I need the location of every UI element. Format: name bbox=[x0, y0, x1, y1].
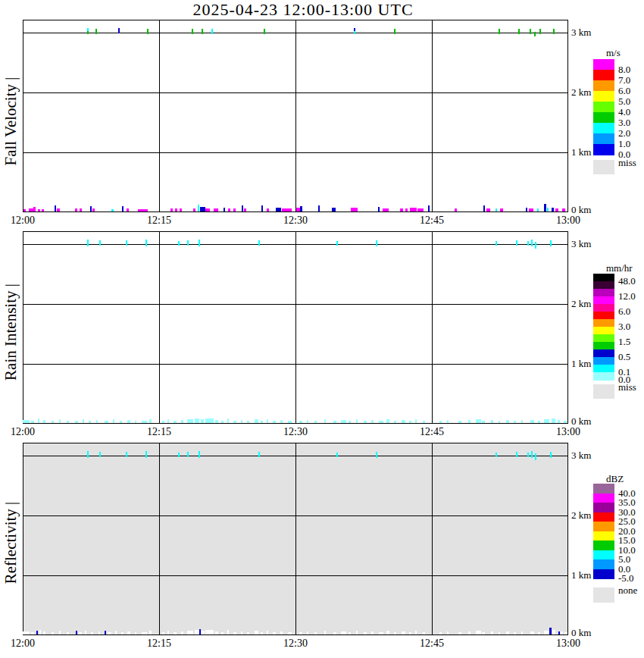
data-mark-surface bbox=[244, 208, 246, 212]
data-mark-surface bbox=[521, 631, 523, 634]
data-mark-surface bbox=[439, 421, 442, 423]
colorbar-missing-label: none bbox=[618, 584, 637, 597]
data-mark-surface bbox=[544, 419, 549, 423]
colorbar-segment bbox=[593, 334, 614, 343]
data-mark-surface bbox=[386, 631, 389, 634]
data-mark-surface bbox=[83, 419, 84, 423]
gridline-time-1 bbox=[295, 231, 296, 424]
data-mark-surface bbox=[233, 421, 236, 423]
colorbar-segment bbox=[593, 550, 614, 560]
data-tick-3km bbox=[354, 31, 355, 34]
data-mark-surface bbox=[476, 631, 481, 634]
data-mark-surface bbox=[400, 208, 403, 212]
data-tick-3km bbox=[394, 29, 395, 34]
data-mark-surface bbox=[127, 420, 130, 423]
data-mark-surface bbox=[423, 632, 425, 634]
data-mark-surface bbox=[555, 208, 558, 212]
data-mark-surface bbox=[455, 208, 457, 212]
data-tick-3km bbox=[499, 29, 500, 34]
colorbar-segment bbox=[593, 503, 614, 512]
colorbar-segment bbox=[593, 531, 614, 541]
data-mark-surface bbox=[267, 419, 268, 423]
data-tick-3km bbox=[535, 242, 536, 249]
data-mark-surface bbox=[458, 421, 461, 423]
colorbar-segment bbox=[593, 59, 614, 70]
data-mark-surface bbox=[242, 205, 243, 212]
data-mark-surface bbox=[415, 419, 417, 423]
data-tick-3km bbox=[187, 452, 189, 457]
data-mark-surface bbox=[428, 205, 430, 212]
data-mark-surface bbox=[371, 631, 374, 634]
data-mark-surface bbox=[241, 420, 242, 423]
axis-label-fall-velocity: Fall Velocity | bbox=[2, 77, 20, 166]
colorbar-segment bbox=[593, 289, 614, 297]
data-tick-3km bbox=[258, 240, 260, 246]
data-mark-surface bbox=[364, 421, 367, 423]
time-label: 13:00 bbox=[556, 638, 580, 650]
data-tick-3km bbox=[199, 240, 200, 246]
colorbar-segment bbox=[593, 357, 614, 365]
data-tick-3km bbox=[530, 29, 531, 34]
time-label: 13:00 bbox=[556, 215, 580, 227]
axis-label-reflectivity: Reflectivity | bbox=[2, 502, 20, 584]
data-tick-3km bbox=[550, 240, 552, 246]
data-mark-surface bbox=[299, 421, 302, 423]
data-mark-surface bbox=[499, 632, 500, 634]
data-mark-surface bbox=[280, 420, 283, 423]
data-mark-surface bbox=[149, 419, 152, 423]
data-mark-surface bbox=[105, 631, 106, 634]
time-label: 12:45 bbox=[420, 215, 444, 227]
data-mark-surface bbox=[561, 631, 563, 634]
data-tick-3km bbox=[496, 241, 497, 246]
colorbar-segment bbox=[593, 494, 614, 503]
data-mark-surface bbox=[307, 631, 308, 634]
quicklook-plot-page: 2025-04-23 12:00-13:00 UTC Fall Velocity… bbox=[0, 0, 644, 658]
colorbar-segment bbox=[593, 112, 614, 124]
data-mark-surface bbox=[447, 420, 449, 423]
data-mark-surface bbox=[75, 421, 78, 423]
data-tick-3km bbox=[126, 452, 127, 457]
data-tick-3km bbox=[118, 28, 120, 33]
altitude-label: 1 km bbox=[571, 358, 591, 370]
data-mark-surface bbox=[89, 421, 91, 423]
data-mark-surface bbox=[273, 421, 276, 423]
data-mark-surface bbox=[52, 421, 54, 423]
data-tick-3km bbox=[99, 240, 101, 246]
colorbar-missing-swatch bbox=[593, 160, 614, 174]
colorbar-segment bbox=[593, 522, 614, 531]
data-tick-3km bbox=[376, 240, 377, 246]
time-label: 12:45 bbox=[420, 638, 444, 650]
data-mark-surface bbox=[23, 631, 30, 634]
colorbar-segment bbox=[593, 342, 614, 350]
colorbar-segment bbox=[593, 372, 614, 381]
data-mark-surface bbox=[423, 421, 425, 423]
data-tick-3km bbox=[531, 240, 533, 246]
data-mark-surface bbox=[299, 632, 302, 634]
data-tick-3km bbox=[550, 452, 552, 458]
data-tick-3km bbox=[87, 31, 89, 34]
data-mark-surface bbox=[499, 421, 500, 423]
data-tick-3km bbox=[211, 29, 213, 34]
data-mark-surface bbox=[378, 207, 380, 212]
colorbar-segment bbox=[593, 365, 614, 373]
data-mark-surface bbox=[174, 632, 177, 634]
data-mark-surface bbox=[547, 208, 549, 212]
data-tick-3km bbox=[527, 453, 529, 457]
data-mark-surface bbox=[333, 421, 336, 423]
data-mark-surface bbox=[417, 208, 424, 212]
data-mark-surface bbox=[364, 632, 367, 634]
data-mark-surface bbox=[415, 631, 417, 634]
colorbar-segment bbox=[593, 296, 614, 305]
data-tick-3km bbox=[192, 29, 193, 34]
data-mark-surface bbox=[458, 632, 461, 634]
data-mark-surface bbox=[149, 631, 152, 634]
data-mark-surface bbox=[193, 208, 195, 212]
data-tick-3km bbox=[95, 29, 97, 34]
data-mark-surface bbox=[341, 420, 346, 423]
data-mark-surface bbox=[181, 420, 183, 423]
gridline-time-1 bbox=[295, 20, 296, 212]
data-mark-surface bbox=[75, 208, 77, 212]
data-mark-surface bbox=[514, 632, 516, 634]
data-mark-surface bbox=[43, 420, 45, 423]
data-mark-surface bbox=[267, 631, 268, 634]
